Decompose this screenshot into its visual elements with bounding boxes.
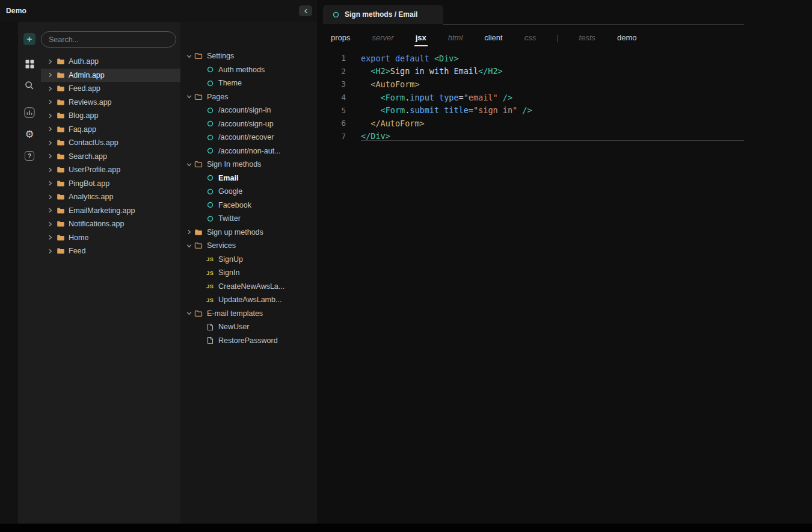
tab-tests[interactable]: tests — [578, 33, 597, 45]
tab-props[interactable]: props — [330, 33, 352, 45]
tab-server[interactable]: server — [371, 33, 395, 45]
app-label: PingBot.app — [69, 179, 109, 188]
tree-leaf-item[interactable]: /account/sign-up — [180, 117, 317, 131]
chevron-right-icon[interactable] — [48, 167, 52, 173]
chevron-right-icon[interactable] — [48, 99, 52, 105]
tree-item-label: CreateNewAwsLa... — [218, 282, 285, 291]
chevron-right-icon[interactable] — [48, 113, 52, 119]
activity-add-button[interactable]: + — [23, 32, 36, 46]
tree-folder-item[interactable]: Sign In methods — [180, 158, 317, 172]
app-tree-item[interactable]: ContactUs.app — [41, 136, 180, 150]
tree-leaf-item[interactable]: JSSignIn — [180, 266, 317, 280]
app-tree-item[interactable]: Feed — [41, 244, 180, 258]
tree-leaf-item[interactable]: JSSignUp — [180, 253, 317, 267]
code-line[interactable]: 4 <Form.input type="email" /> — [317, 91, 812, 104]
code-line[interactable]: 5 <Form.submit title="sign in" /> — [317, 104, 812, 117]
tree-folder-item[interactable]: Services — [180, 239, 317, 253]
chevron-down-icon[interactable] — [186, 244, 192, 248]
activity-analytics-button[interactable] — [23, 106, 36, 119]
chevron-right-icon[interactable] — [48, 194, 52, 200]
chevron-right-icon[interactable] — [48, 72, 52, 78]
tree-leaf-item[interactable]: RestorePassword — [180, 334, 317, 348]
tree-leaf-item[interactable]: Email — [180, 172, 317, 185]
tab-jsx[interactable]: jsx — [414, 33, 428, 46]
tab-css[interactable]: css — [523, 33, 538, 45]
chevron-right-icon[interactable] — [48, 249, 52, 254]
tree-leaf-item[interactable]: Theme — [180, 76, 317, 90]
app-tree-item[interactable]: Search.app — [41, 150, 180, 164]
question-icon: ? — [25, 151, 34, 161]
app-tree-item[interactable]: Blog.app — [41, 109, 180, 123]
chevron-down-icon[interactable] — [186, 162, 192, 167]
folder-icon — [57, 153, 65, 160]
activity-help-button[interactable]: ? — [23, 149, 36, 162]
tree-folder-item[interactable]: Pages — [180, 90, 317, 104]
chevron-right-icon[interactable] — [48, 208, 52, 213]
chevron-right-icon[interactable] — [187, 229, 191, 235]
chevron-right-icon[interactable] — [48, 181, 52, 186]
app-tree-item[interactable]: Reviews.app — [41, 96, 180, 110]
component-circle-icon — [207, 120, 214, 127]
chevron-right-icon[interactable] — [48, 59, 52, 64]
chevron-right-icon[interactable] — [48, 153, 52, 159]
code-line[interactable]: 3 <AutoForm> — [317, 78, 812, 91]
tree-folder-item[interactable]: Settings — [180, 49, 317, 63]
app-tree-item[interactable]: EmailMarketing.app — [41, 204, 180, 218]
tree-leaf-item[interactable]: JSUpdateAwsLamb... — [180, 293, 317, 307]
chevron-right-icon[interactable] — [48, 140, 52, 146]
chevron-right-icon[interactable] — [48, 235, 52, 240]
app-tree-item[interactable]: UserProfile.app — [41, 163, 180, 177]
app-tree-item[interactable]: Feed.app — [41, 82, 180, 96]
tree-leaf-item[interactable]: /account/recover — [180, 131, 317, 144]
tree-item-label: /account/sign-up — [218, 120, 274, 128]
collapse-panel-button[interactable] — [299, 5, 312, 16]
tab-client[interactable]: client — [483, 33, 503, 45]
app-tree-item[interactable]: Auth.app — [41, 55, 180, 69]
chevron-down-icon[interactable] — [186, 54, 192, 58]
activity-settings-button[interactable]: ⚙ — [23, 128, 36, 141]
tree-folder-item[interactable]: E-mail templates — [180, 307, 317, 321]
chevron-down-icon[interactable] — [186, 311, 192, 315]
editor-tab-strip: Sign methods / Email — [317, 0, 812, 24]
tree-item-label: UpdateAwsLamb... — [218, 295, 281, 304]
app-tree-item[interactable]: Analytics.app — [41, 190, 180, 204]
code-line[interactable]: 2 <H2>Sign in with Email</H2> — [317, 65, 812, 78]
app-tree-item[interactable]: Notifications.app — [41, 217, 180, 231]
tab-demo[interactable]: demo — [616, 33, 638, 45]
project-tree: SettingsAuth methodsThemePages/account/s… — [180, 49, 317, 347]
chevron-right-icon[interactable] — [48, 126, 52, 132]
app-label: Feed — [69, 247, 86, 255]
component-circle-icon — [207, 80, 214, 87]
tree-leaf-item[interactable]: /account/non-aut... — [180, 144, 317, 158]
code-line[interactable]: 6 </AutoForm> — [317, 117, 812, 130]
chevron-down-icon[interactable] — [186, 94, 192, 99]
tree-folder-item[interactable]: Sign up methods — [180, 226, 317, 240]
tree-leaf-item[interactable]: NewUser — [180, 320, 317, 334]
code-editor[interactable]: 1export default <Div>2 <H2>Sign in with … — [317, 52, 812, 143]
folder-icon — [57, 180, 65, 187]
activity-apps-button[interactable] — [23, 57, 36, 70]
app-tree-item[interactable]: Faq.app — [41, 123, 180, 137]
tree-leaf-item[interactable]: Facebook — [180, 199, 317, 212]
tree-item-label: SignIn — [218, 268, 239, 277]
app-tree-item[interactable]: PingBot.app — [41, 177, 180, 191]
code-token: submit — [410, 105, 439, 115]
chevron-right-icon[interactable] — [48, 221, 52, 227]
activity-search-button[interactable] — [23, 79, 36, 92]
editor-tab[interactable]: Sign methods / Email — [323, 5, 443, 24]
chevron-right-icon[interactable] — [48, 86, 52, 91]
tree-item-label: Theme — [218, 79, 242, 87]
tree-leaf-item[interactable]: Auth methods — [180, 63, 317, 77]
tree-leaf-item[interactable]: Twitter — [180, 212, 317, 226]
bottom-frame — [0, 524, 812, 532]
code-line[interactable]: 1export default <Div> — [317, 52, 812, 65]
tree-leaf-item[interactable]: Google — [180, 185, 317, 199]
search-input[interactable] — [41, 31, 176, 48]
grid-icon — [25, 60, 34, 69]
tree-item-label: SignUp — [218, 255, 243, 264]
app-tree-item[interactable]: Admin.app — [41, 69, 180, 82]
tab-html[interactable]: html — [447, 33, 464, 45]
app-tree-item[interactable]: Home — [41, 231, 180, 245]
tree-leaf-item[interactable]: /account/sign-in — [180, 104, 317, 117]
tree-leaf-item[interactable]: JSCreateNewAwsLa... — [180, 280, 317, 294]
